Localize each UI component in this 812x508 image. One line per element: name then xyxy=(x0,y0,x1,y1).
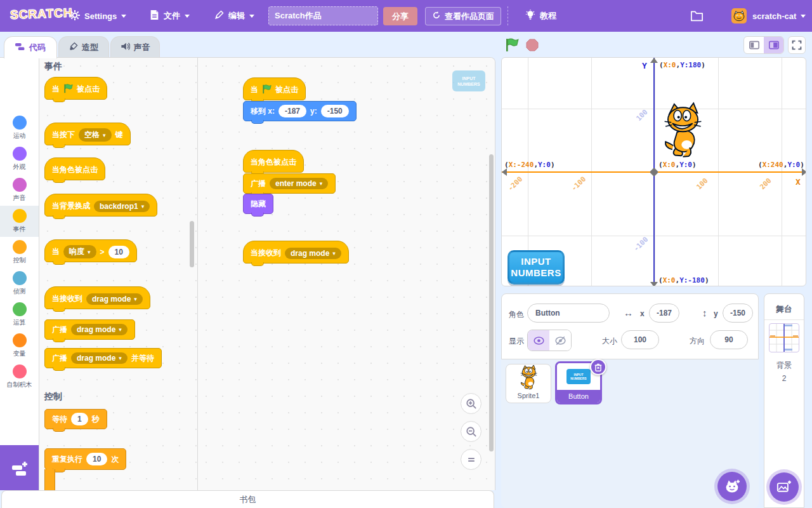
block-repeat-times[interactable]: 重复执行 10 次 xyxy=(44,448,126,470)
file-menu[interactable]: 文件 xyxy=(145,0,195,32)
block-when-backdrop-switches[interactable]: 当背景换成 backdrop1▾ xyxy=(44,194,157,217)
script-when-sprite-clicked[interactable]: 当角色被点击 xyxy=(243,150,304,173)
message-dropdown[interactable]: drag mode▾ xyxy=(86,293,143,305)
tab-code-label: 代码 xyxy=(29,42,46,53)
add-sprite-button[interactable] xyxy=(717,472,747,501)
stage-selector-panel[interactable]: 舞台 背景 2 xyxy=(764,293,804,508)
x-tick: 200 xyxy=(758,177,773,191)
category-control[interactable]: 控制 xyxy=(0,237,39,268)
script-hide[interactable]: 隐藏 xyxy=(243,194,273,214)
y-value-input[interactable]: -150 xyxy=(321,105,349,117)
account-menu[interactable]: scratch-cat xyxy=(747,0,811,32)
block-broadcast[interactable]: 广播 drag mode▾ xyxy=(44,319,135,340)
hide-sprite-button[interactable] xyxy=(549,330,571,351)
sprite-name-input[interactable]: Button xyxy=(527,304,610,323)
input-numbers-button-sprite[interactable]: INPUT NUMBERS xyxy=(508,250,565,284)
y-tick: 100 xyxy=(634,108,649,123)
category-variables[interactable]: 变量 xyxy=(0,330,39,361)
extension-blocks-icon xyxy=(11,460,29,476)
workspace-scrollbar[interactable] xyxy=(489,154,494,451)
dropdown-caret: ▾ xyxy=(119,326,122,333)
add-extension-button[interactable] xyxy=(0,445,39,490)
large-stage-button[interactable] xyxy=(764,37,783,53)
tab-code[interactable]: 代码 xyxy=(4,36,57,58)
category-operators[interactable]: 运算 xyxy=(0,299,39,330)
tab-sounds[interactable]: 声音 xyxy=(110,36,160,58)
block-wait-seconds[interactable]: 等待 1 秒 xyxy=(44,409,107,429)
backdrop-label: 背景 xyxy=(764,360,804,371)
avatar[interactable] xyxy=(731,8,747,23)
sprite-y-input[interactable]: -150 xyxy=(723,304,753,323)
tutorials-button[interactable]: 教程 xyxy=(520,0,561,32)
key-dropdown[interactable]: 空格▾ xyxy=(79,128,112,142)
zoom-in-button[interactable] xyxy=(461,393,481,414)
category-label: 声音 xyxy=(13,194,26,203)
green-flag-icon xyxy=(262,84,272,96)
block-when-sprite-clicked[interactable]: 当角色被点击 xyxy=(44,157,105,180)
number-input[interactable]: 10 xyxy=(108,246,129,258)
x-label: x xyxy=(640,309,645,318)
see-project-page-button[interactable]: 查看作品页面 xyxy=(425,7,501,25)
divider xyxy=(764,319,804,320)
category-looks[interactable]: 外观 xyxy=(0,144,39,175)
x-value-input[interactable]: -187 xyxy=(278,105,306,117)
tab-sounds-label: 声音 xyxy=(134,42,150,53)
category-myblocks[interactable]: 自制积木 xyxy=(0,361,39,392)
block-broadcast-and-wait[interactable]: 广播 drag mode▾ 并等待 xyxy=(44,348,162,368)
see-project-page-label: 查看作品页面 xyxy=(445,11,494,22)
code-blocks-icon xyxy=(15,43,25,53)
eye-slash-icon xyxy=(555,336,566,345)
settings-menu[interactable]: Settings xyxy=(65,0,131,32)
refresh-icon xyxy=(432,11,441,22)
scratch-logo[interactable]: SCRATCH xyxy=(10,6,73,22)
sprite-size-input[interactable]: 100 xyxy=(621,330,659,349)
block-when-key-pressed[interactable]: 当按下 空格▾ 键 xyxy=(44,123,131,145)
script-broadcast[interactable]: 广播 enter mode▾ xyxy=(243,173,336,194)
category-motion[interactable]: 运动 xyxy=(0,112,39,144)
message-dropdown[interactable]: enter mode▾ xyxy=(270,178,328,189)
message-dropdown[interactable]: drag mode▾ xyxy=(71,324,128,335)
zoom-reset-button[interactable] xyxy=(461,449,481,470)
block-when-flag-clicked[interactable]: 当 被点击 xyxy=(44,77,107,100)
sprite-x-input[interactable]: -187 xyxy=(649,304,679,323)
backdrop-dropdown[interactable]: backdrop1▾ xyxy=(94,201,150,212)
eye-icon xyxy=(534,337,544,345)
add-backdrop-button[interactable] xyxy=(769,472,799,502)
number-input[interactable]: 1 xyxy=(71,413,88,425)
block-when-loudness[interactable]: 当 响度▾ > 10 xyxy=(44,239,137,262)
script-when-i-receive[interactable]: 当接收到 drag mode▾ xyxy=(243,241,349,264)
block-when-i-receive[interactable]: 当接收到 drag mode▾ xyxy=(44,286,150,309)
small-stage-button[interactable] xyxy=(744,37,764,53)
delete-sprite-button[interactable] xyxy=(590,359,606,375)
category-sensing[interactable]: 侦测 xyxy=(0,268,39,299)
backdrop-thumbnail[interactable] xyxy=(769,323,799,352)
sprite-tile-sprite1[interactable]: Sprite1 xyxy=(506,364,551,403)
backpack-bar[interactable]: 书包 xyxy=(1,490,494,508)
sprite-direction-input[interactable]: 90 xyxy=(710,330,748,349)
project-title-input[interactable] xyxy=(268,6,378,25)
stage-canvas[interactable]: Y X (X:0,Y:180) (X:-240,Y:0) (X:0,Y:0) (… xyxy=(501,57,806,286)
scripts-workspace[interactable]: INPUT NUMBERS 当 被点击 移到 x: -187 y: -150 当… xyxy=(198,58,495,490)
show-sprite-button[interactable] xyxy=(528,330,549,351)
tab-costumes[interactable]: 造型 xyxy=(58,36,109,58)
category-sound[interactable]: 声音 xyxy=(0,175,39,206)
message-dropdown[interactable]: drag mode▾ xyxy=(285,248,341,259)
message-dropdown[interactable]: drag mode▾ xyxy=(71,352,128,364)
folder-icon[interactable] xyxy=(690,10,704,24)
green-flag-button[interactable] xyxy=(504,37,520,53)
coord-label-left: (X:-240,Y:0) xyxy=(504,161,555,169)
fullscreen-button[interactable] xyxy=(788,36,806,54)
zoom-out-button[interactable] xyxy=(461,421,481,442)
dropdown-caret: ▾ xyxy=(134,296,137,302)
number-input[interactable]: 10 xyxy=(86,453,107,465)
cat-sprite[interactable] xyxy=(658,97,706,163)
category-events[interactable]: 事件 xyxy=(0,206,39,237)
stop-button[interactable] xyxy=(524,37,540,53)
share-button[interactable]: 分享 xyxy=(383,7,417,25)
loudness-dropdown[interactable]: 响度▾ xyxy=(63,245,96,258)
script-when-flag-clicked[interactable]: 当 被点击 xyxy=(243,77,306,100)
script-goto-xy[interactable]: 移到 x: -187 y: -150 xyxy=(243,101,357,121)
brush-icon xyxy=(69,42,78,53)
edit-menu[interactable]: 编辑 xyxy=(209,0,259,32)
palette-scrollbar[interactable] xyxy=(190,221,194,267)
